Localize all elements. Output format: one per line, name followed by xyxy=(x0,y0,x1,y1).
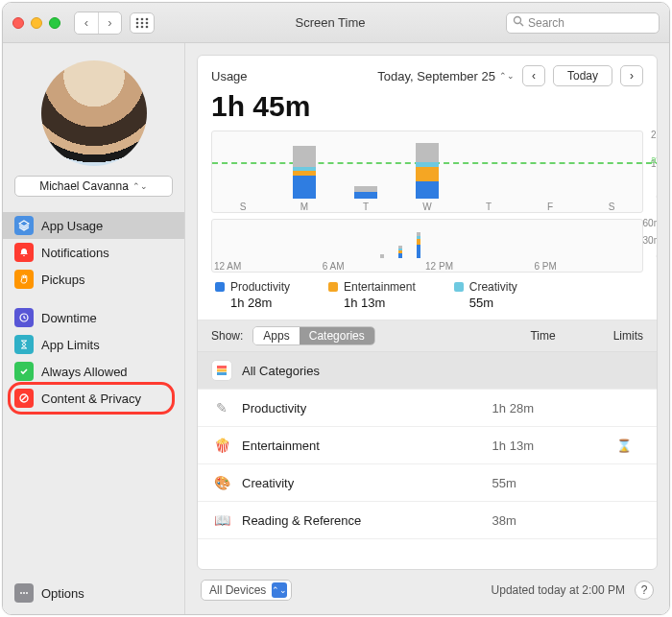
date-selector[interactable]: Today, September 25 ⌃⌄ xyxy=(377,69,515,83)
sidebar-item-label: Always Allowed xyxy=(41,365,128,379)
svg-point-15 xyxy=(23,592,25,594)
minimize-icon[interactable] xyxy=(31,17,42,29)
sidebar-item-label: App Limits xyxy=(41,338,100,352)
nav-back-forward: ‹ › xyxy=(74,12,122,35)
panel-header: Usage Today, September 25 ⌃⌄ ‹ Today › xyxy=(198,56,657,90)
legend-item-productivity: Productivity 1h 28m xyxy=(215,280,290,310)
show-toggle: Apps Categories xyxy=(252,326,374,345)
chevron-updown-icon: ⌃⌄ xyxy=(272,582,287,598)
today-button[interactable]: Today xyxy=(553,65,612,86)
legend-item-entertainment: Entertainment 1h 13m xyxy=(328,280,416,310)
sidebar-item-label: App Usage xyxy=(41,219,103,233)
svg-point-2 xyxy=(146,17,149,20)
chevron-updown-icon: ⌃⌄ xyxy=(499,71,515,81)
device-select[interactable]: All Devices ⌃⌄ xyxy=(201,580,292,601)
sidebar-item-pickups[interactable]: Pickups xyxy=(3,266,184,293)
legend-item-creativity: Creativity 55m xyxy=(454,280,517,310)
sidebar-item-app-usage[interactable]: App Usage xyxy=(3,212,184,239)
row-name: Creativity xyxy=(242,476,483,490)
day-label: M xyxy=(274,202,335,212)
chevron-updown-icon: ⌃⌄ xyxy=(132,181,148,191)
swatch-icon xyxy=(328,282,338,292)
tab-categories[interactable]: Categories xyxy=(300,327,374,344)
table-row[interactable]: 🎨 Creativity 55m xyxy=(198,464,657,502)
sidebar-item-content-privacy[interactable]: Content & Privacy xyxy=(3,385,184,412)
day-chart[interactable]: 60m 30m 0 xyxy=(211,219,643,273)
day-label: T xyxy=(335,202,396,212)
back-button[interactable]: ‹ xyxy=(75,12,98,34)
show-label: Show: xyxy=(211,329,243,343)
table-row[interactable]: 🍿 Entertainment 1h 13m ⌛ xyxy=(198,427,657,464)
table-row[interactable]: 📖 Reading & Reference 38m xyxy=(198,502,657,539)
sidebar-section-usage: App Usage Notifications Pickups xyxy=(3,206,184,298)
sidebar: Michael Cavanna ⌃⌄ App Usage Notificatio… xyxy=(3,43,185,614)
sidebar-item-always-allowed[interactable]: Always Allowed xyxy=(3,358,184,385)
legend-label: Entertainment xyxy=(344,280,416,294)
no-entry-icon xyxy=(14,389,34,408)
hour-label: 6 AM xyxy=(323,261,345,272)
ellipsis-icon xyxy=(14,583,34,603)
chart-area: 2h 1h 0 avg xyxy=(198,129,657,320)
help-button[interactable]: ? xyxy=(635,581,654,600)
screen-time-window: ‹ › Screen Time Search Michael Cavanna ⌃… xyxy=(2,2,670,615)
sidebar-item-app-limits[interactable]: App Limits xyxy=(3,331,184,358)
row-all-categories[interactable]: All Categories xyxy=(198,352,657,390)
sidebar-item-notifications[interactable]: Notifications xyxy=(3,239,184,266)
day-label: S xyxy=(581,202,642,212)
entertainment-icon: 🍿 xyxy=(211,435,232,456)
svg-point-6 xyxy=(136,25,139,28)
svg-point-3 xyxy=(136,21,139,24)
sidebar-item-label: Notifications xyxy=(41,246,109,260)
svg-point-1 xyxy=(141,17,144,20)
sidebar-item-downtime[interactable]: Downtime xyxy=(3,304,184,331)
legend-label: Creativity xyxy=(469,280,517,294)
footer: All Devices ⌃⌄ Updated today at 2:00 PM … xyxy=(197,570,658,603)
tab-apps[interactable]: Apps xyxy=(253,327,299,344)
search-icon xyxy=(513,15,524,30)
body: Michael Cavanna ⌃⌄ App Usage Notificatio… xyxy=(3,43,669,614)
row-time: 1h 28m xyxy=(492,401,595,415)
search-placeholder: Search xyxy=(528,16,564,30)
avatar[interactable] xyxy=(41,60,147,166)
svg-point-8 xyxy=(146,25,149,28)
y-tick: 0 xyxy=(656,192,658,202)
table-row[interactable]: ✎ Productivity 1h 28m xyxy=(198,390,657,427)
creativity-icon: 🎨 xyxy=(211,472,232,493)
y-tick: 60m xyxy=(643,218,658,228)
close-icon[interactable] xyxy=(12,17,24,29)
row-name: Productivity xyxy=(242,401,483,415)
week-chart[interactable]: 2h 1h 0 avg xyxy=(211,131,643,213)
stack-icon xyxy=(211,360,232,381)
svg-line-13 xyxy=(21,395,27,401)
forward-button[interactable]: › xyxy=(98,12,121,34)
user-select[interactable]: Michael Cavanna ⌃⌄ xyxy=(14,176,173,197)
svg-line-10 xyxy=(520,23,523,26)
sidebar-item-label: Pickups xyxy=(41,273,85,287)
show-all-prefs-button[interactable] xyxy=(130,12,155,34)
svg-rect-19 xyxy=(217,372,227,375)
usage-panel: Usage Today, September 25 ⌃⌄ ‹ Today › 1… xyxy=(197,55,658,570)
legend-value: 1h 13m xyxy=(328,296,416,310)
legend-label: Productivity xyxy=(230,280,290,294)
search-field[interactable]: Search xyxy=(506,12,660,34)
row-time: 55m xyxy=(492,476,595,490)
category-list: All Categories ✎ Productivity 1h 28m 🍿 E… xyxy=(198,352,657,569)
next-button[interactable]: › xyxy=(620,65,643,86)
day-label: W xyxy=(396,202,458,212)
zoom-icon[interactable] xyxy=(49,17,60,29)
hour-label: 12 AM xyxy=(214,261,241,272)
row-time: 38m xyxy=(492,513,595,528)
updated-text: Updated today at 2:00 PM xyxy=(492,583,625,597)
clock-icon xyxy=(14,308,34,327)
date-text: Today, September 25 xyxy=(377,69,495,83)
productivity-icon: ✎ xyxy=(211,397,232,418)
prev-button[interactable]: ‹ xyxy=(522,65,545,86)
options-button[interactable]: Options xyxy=(3,578,184,608)
hour-label: 12 PM xyxy=(425,261,453,272)
layers-icon xyxy=(14,216,34,235)
row-limit-hourglass-icon: ⌛ xyxy=(605,439,643,453)
hand-icon xyxy=(14,270,34,289)
svg-point-4 xyxy=(141,21,144,24)
options-label: Options xyxy=(41,586,84,601)
total-time: 1h 45m xyxy=(198,90,657,129)
